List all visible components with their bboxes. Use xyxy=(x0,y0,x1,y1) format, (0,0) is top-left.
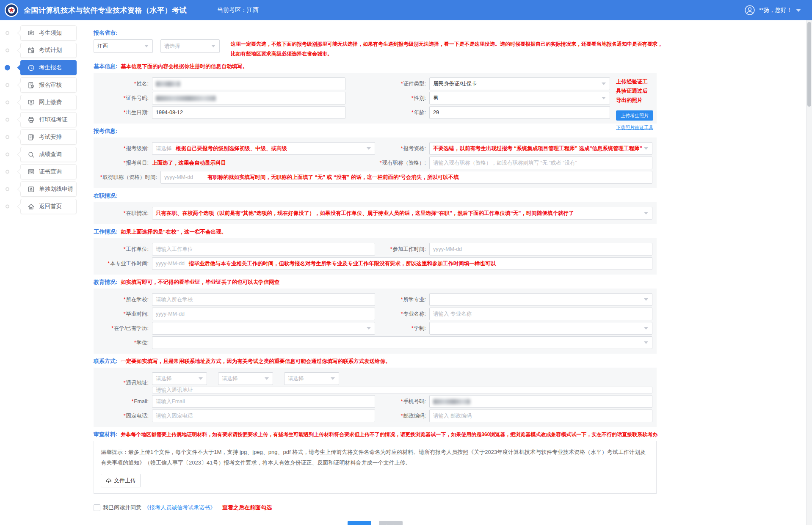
vertical-scrollbar[interactable] xyxy=(806,20,812,525)
apply-qualification-label: *报考资格: xyxy=(375,145,429,152)
timeline-dot xyxy=(6,83,9,87)
address-district-select[interactable]: 请选择 xyxy=(284,372,339,385)
file-upload-button[interactable]: 文件上传 xyxy=(101,474,141,487)
cert-no-label: *证件号码: xyxy=(98,95,152,102)
select-caret-icon xyxy=(644,212,648,214)
scrollbar-thumb[interactable] xyxy=(807,22,811,107)
apply-qualification-select[interactable]: 不要选错，以前有考生出现过报考 “系统集成项目管理工程师” 选成"信息系统管理工… xyxy=(429,142,652,155)
agreement-checkbox[interactable] xyxy=(94,504,100,511)
title-time-label: *取得职称（资格）时间: xyxy=(98,174,160,181)
study-field-select[interactable] xyxy=(429,293,652,306)
timeline-dot xyxy=(6,101,9,104)
address-detail-input[interactable] xyxy=(152,387,652,393)
age-input[interactable] xyxy=(429,106,610,119)
commitment-letter-link[interactable]: 《报考人员诚信考试承诺书》 xyxy=(144,504,215,511)
sidebar-item-schedule[interactable]: 考试安排 xyxy=(20,129,77,145)
sidebar-item-home[interactable]: 返回首页 xyxy=(20,199,77,214)
certificate-icon xyxy=(27,168,35,176)
degree-select[interactable] xyxy=(152,336,652,349)
name-field[interactable] xyxy=(152,77,345,90)
edu-note: 如实填写即可，不记得的看毕业证，毕业证丢了的也可以去学信网查 xyxy=(121,279,279,286)
app-logo-icon xyxy=(4,3,19,17)
current-title-input[interactable] xyxy=(429,157,652,169)
email-input[interactable] xyxy=(152,395,375,408)
submit-button[interactable]: 提交 xyxy=(379,521,403,525)
schooling-select[interactable] xyxy=(429,322,652,335)
title-time-input[interactable]: yyyy-MM-dd 有职称的就如实填写时间，无职称的上面填了 “无” 或 “没… xyxy=(160,171,652,184)
timeline-dot xyxy=(6,187,9,191)
work-unit-label: *工作单位: xyxy=(98,246,152,253)
province-select[interactable]: 江西 xyxy=(94,39,153,53)
major-work-time-input[interactable]: yyyy-MM-dd 指毕业后做与本专业相关工作的时间，但软考报名对考生所学专业… xyxy=(152,257,652,270)
timeline-dot xyxy=(6,153,9,157)
upload-photo-button[interactable]: 上传考生照片 xyxy=(616,110,653,121)
apply-level-select[interactable]: 请选择 根据自己要报考的级别选择初级、中级、或高级 xyxy=(152,142,375,155)
address-province-select[interactable]: 请选择 xyxy=(152,372,207,385)
address-city-select[interactable]: 请选择 xyxy=(218,372,273,385)
sidebar: 考生须知 考试计划 考生报名 报名审核 网上缴费 xyxy=(0,20,87,525)
timeline-dot xyxy=(6,135,9,139)
user-greeting: **扬，您好！ xyxy=(759,6,792,14)
sidebar-item-separate-line-apply[interactable]: 单独划线申请 xyxy=(20,181,77,197)
section-label-edu: 教育情况: xyxy=(94,278,117,286)
sidebar-item-certificate-query[interactable]: 证书查询 xyxy=(20,164,77,179)
graduation-time-input[interactable] xyxy=(152,308,375,320)
user-menu[interactable]: **扬，您好！ xyxy=(744,0,801,20)
download-photo-tool-link[interactable]: 下载照片验证工具 xyxy=(616,124,653,131)
photo-upload-column: 上传经验证工 具验证通过后 导出的照片 上传考生照片 下载照片验证工具 xyxy=(616,77,653,131)
save-draft-button[interactable]: 暂存 xyxy=(348,521,371,525)
sidebar-item-notice[interactable]: 考生须知 xyxy=(20,25,77,41)
birth-label: *出生日期: xyxy=(98,109,152,116)
cert-no-field[interactable] xyxy=(152,92,345,104)
apply-info-panel: *报考级别: 请选择 根据自己要报考的级别选择初级、中级、或高级 *报考资格: … xyxy=(94,137,657,188)
work-unit-input[interactable] xyxy=(152,243,375,256)
sidebar-item-exam-plan[interactable]: 考试计划 xyxy=(20,43,77,58)
major-name-input[interactable] xyxy=(429,308,652,320)
landline-label: *固定电话: xyxy=(98,412,152,420)
timeline-dot xyxy=(6,49,9,52)
select-caret-icon xyxy=(211,45,215,47)
select-caret-icon xyxy=(331,377,335,380)
province-note: 这里一定要先选，不然下面的报考级别那里可能无法选择，如果有考生遇到报考级别无法选… xyxy=(231,39,663,59)
school-label: *所在学校: xyxy=(98,296,152,303)
select-caret-icon xyxy=(644,298,648,301)
app-header: 全国计算机技术与软件专业技术资格（水平）考试 当前考区：江西 **扬，您好！ xyxy=(0,0,812,20)
current-region: 当前考区：江西 xyxy=(217,6,259,14)
sidebar-item-score-query[interactable]: 成绩查询 xyxy=(20,147,77,162)
work-note: 如果上面选择的是“在校”，这一栏不会出现。 xyxy=(121,228,226,236)
phone-label: *手机号码: xyxy=(375,398,429,405)
cert-type-select[interactable]: 居民身份证/社保卡 xyxy=(429,77,610,90)
notice-board-icon xyxy=(27,29,35,37)
birth-input[interactable] xyxy=(152,106,345,119)
employment-status-select[interactable]: 只有在职、在校两个选项（以前是有“其他”选项的，现在好像没了），如果没有工作单位… xyxy=(152,207,652,220)
section-label-contact: 联系方式: xyxy=(94,357,117,365)
phone-field[interactable] xyxy=(429,395,652,408)
major-work-time-label: *本专业工作时间: xyxy=(98,260,152,267)
timeline-dot-active xyxy=(5,65,10,71)
monitor-yen-icon xyxy=(27,99,35,107)
gender-select[interactable]: 男 xyxy=(429,92,610,104)
home-icon xyxy=(27,203,35,211)
apply-subject-label: *报考科目: xyxy=(98,159,152,167)
select-caret-icon xyxy=(602,82,606,85)
agreement-text: 我已阅读并同意 xyxy=(103,504,141,511)
landline-input[interactable] xyxy=(152,410,375,422)
sidebar-item-payment[interactable]: 网上缴费 xyxy=(20,95,77,110)
sidebar-item-register[interactable]: 考生报名 xyxy=(20,60,77,75)
employment-status-label: *在职情况: xyxy=(98,210,152,217)
postcode-input[interactable] xyxy=(429,410,652,422)
city-select[interactable]: 请选择 xyxy=(160,39,220,53)
work-join-time-input[interactable] xyxy=(429,243,652,256)
work-join-time-label: *参加工作时间: xyxy=(375,246,429,253)
study-field-label: *所学专业: xyxy=(375,296,429,303)
employment-panel: *在职情况: 只有在职、在校两个选项（以前是有“其他”选项的，现在好像没了），如… xyxy=(94,202,657,224)
school-input[interactable] xyxy=(152,293,375,306)
degree-level-select[interactable] xyxy=(152,322,375,335)
contact-panel: *通讯地址: 请选择 请选择 请选择 *Email: *手机号码: xyxy=(94,368,657,427)
timeline-dot xyxy=(6,205,9,209)
select-caret-icon xyxy=(644,341,648,344)
sidebar-item-review[interactable]: 报名审核 xyxy=(20,77,77,93)
sidebar-item-print-ticket[interactable]: 打印准考证 xyxy=(20,112,77,127)
select-caret-icon xyxy=(367,327,371,330)
major-name-label: *专业名称: xyxy=(375,311,429,318)
